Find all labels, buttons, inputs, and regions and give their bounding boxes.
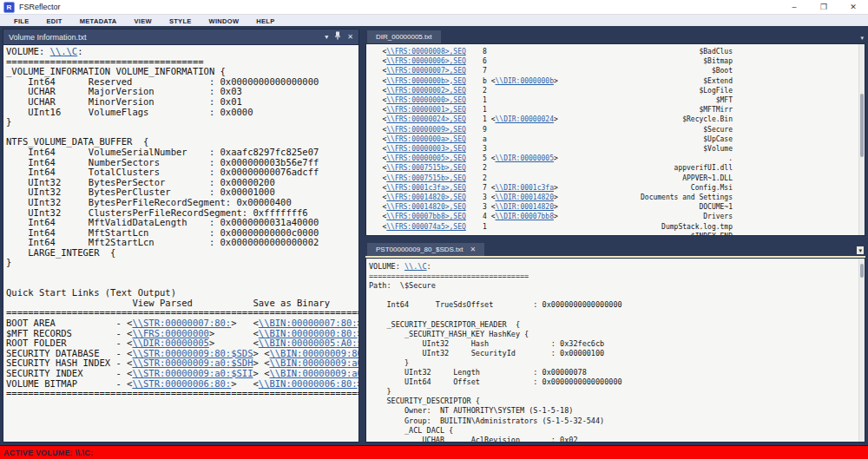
file-link[interactable]: \\FRS:00014820>,SEQ [386,193,466,202]
file-link[interactable]: \\STR:00000009:a0:$SII [132,368,253,378]
file-link[interactable]: \\FRS:0001c3fa>,SEQ [386,183,466,193]
file-link[interactable]: \\FRS:00000006>,SEQ [386,56,466,66]
file-link[interactable]: \\.\C [404,262,427,271]
file-link[interactable]: \\DIR:0000000b [496,76,554,86]
dir-listing: <\\FRS:00000008>,SEQ 8$BadClus <\\FRS:00… [366,44,865,236]
file-link[interactable]: \\FRS:0007515b>,SEQ [386,163,466,173]
file-link[interactable]: \\FRS:00000001>,SEQ [386,105,466,115]
file-link[interactable]: \\STR:00000009:80:$SDS [132,348,253,358]
file-link[interactable]: \\FRS:0007515b>,SEQ [386,174,466,183]
text: Int64 VolumeSerialNumber : 0xaafc8297fc8… [6,147,319,157]
text: > [554,202,558,212]
file-name: $MFTMirr [699,105,733,115]
file-link[interactable]: \\BIN:00000007:80: [259,318,358,328]
scrollbar[interactable] [858,44,865,235]
text: : [427,262,431,271]
file-link[interactable]: \\BIN:00000009:a0:$SII [269,368,359,378]
text-line: _ACL DACL { [369,426,865,436]
file-link[interactable]: \\FRS:00000024>,SEQ [386,115,466,124]
sds-text: VOLUME: \\.\C:==========================… [366,259,865,443]
text: > < [231,378,259,389]
chevron-down-icon[interactable]: ▾ [860,35,864,42]
text-line: UInt32 SecurityId : 0x00000100 [369,349,865,358]
menu-item-style[interactable]: STYLE [161,17,201,25]
text: Int64 MftValidDataLength : 0x0000000031a… [6,217,319,227]
file-name: Config.Msi [691,183,733,193]
scrollbar[interactable] [858,259,865,442]
menu-item-edit[interactable]: EDIT [37,17,70,25]
menu-item-view[interactable]: VIEW [126,17,161,25]
file-link[interactable]: \\FRS:00000005>,SEQ [386,154,466,163]
file-link[interactable]: \\STR:00000007:80: [132,318,231,328]
tab-pst00000009-80-sds[interactable]: PST00000009_80_$SDS.txt ✕ [367,243,484,256]
pin-icon[interactable] [334,31,341,43]
minimize-icon[interactable]: – [779,3,809,11]
file-link[interactable]: \\DIR:00000005 [496,154,554,163]
file-link[interactable]: \\DIR:0001c3fa [496,183,554,193]
text: 1 [466,115,487,124]
chevron-down-icon[interactable]: ▾ [857,246,864,254]
text: Path: \$Secure [369,281,436,290]
tab-dir-00000005[interactable]: DIR_00000005.txt [367,30,441,43]
close-icon[interactable]: ✕ [838,3,868,11]
file-link[interactable]: \\BIN:00000009:80:$SDS [269,348,359,358]
text: < [487,193,496,202]
file-link[interactable]: \\FRS:00000009>,SEQ [386,125,466,134]
menu-item-help[interactable]: HELP [247,17,283,25]
text: _ACL DACL { [369,426,453,435]
volume-info-pane-header[interactable]: Volume Information.txt ▾ ✕ [3,29,359,44]
text: > < [231,318,259,328]
file-link[interactable]: \\FRS:0000000a>,SEQ [386,134,466,144]
restore-icon[interactable]: ❐ [809,3,838,11]
file-link[interactable]: \\FRS:00000002>,SEQ [386,86,466,95]
file-name: DumpStack.log.tmp [661,222,733,232]
file-link[interactable]: \\FRS:0000000b>,SEQ [386,76,466,86]
file-link[interactable]: \\BIN:00000006:80: [259,378,358,389]
close-icon[interactable]: ✕ [347,33,353,42]
file-link[interactable]: \\FRS:00000000 [132,328,209,338]
text: > [358,318,359,328]
text: 1 [466,222,487,232]
file-link[interactable]: \\FRS:00000003>,SEQ [386,144,466,154]
text: 9 [466,125,487,134]
file-link[interactable]: \\FRS:00000007>,SEQ [386,66,466,75]
text: < [370,134,386,144]
chevron-down-icon[interactable]: ▾ [325,33,328,42]
scrollbar-thumb[interactable] [860,94,864,157]
dock-area: Volume Information.txt ▾ ✕ VOLUME: \\.\C… [0,26,868,446]
file-link[interactable]: \\FRS:000074a5>,SEQ [386,222,466,232]
text: 6 [466,56,487,66]
file-link[interactable]: \\FRS:00000000>,SEQ [386,95,466,105]
title-bar: R FSReflector – ❐ ✕ [0,0,868,15]
text: < [370,95,386,105]
file-name: $INDEX_END [691,232,733,236]
text: SECURITY INDEX - < [6,368,132,378]
file-link[interactable]: \\DIR:00007bb8 [496,212,554,221]
tab-close-icon[interactable]: ✕ [470,246,477,253]
text-line: UInt16 VolumeFlags : 0x0000 [6,108,358,118]
file-link[interactable]: \\BIN:00000009:a0:$SDH [269,357,359,368]
file-link[interactable]: \\DIR:00000024 [496,115,554,124]
file-link[interactable]: \\FRS:00000008>,SEQ [386,47,466,56]
dir-row: <\\FRS:00014820>,SEQ 3 <\\DIR:00014820>D… [370,202,733,212]
file-link[interactable]: \\FRS:00007bb8>,SEQ [386,212,466,221]
file-link[interactable]: \\STR:00000009:a0:$SDH [132,357,253,368]
app-window: R FSReflector – ❐ ✕ FILE EDIT METADATA V… [0,0,868,459]
file-link[interactable]: \\STR:00000006:80: [132,378,231,389]
menu-item-window[interactable]: WINDOW [201,17,248,25]
menu-item-metadata[interactable]: METADATA [71,17,126,25]
text: Int64 Mft2StartLcn : 0x0000000000000002 [6,237,319,247]
file-link[interactable]: \\BIN:00000005:A0:$I30 [259,338,359,348]
text: ========================================… [6,388,359,398]
file-link[interactable]: \\DIR:00000005 [132,338,209,348]
text: 3 [466,193,487,202]
menu-item-file[interactable]: FILE [5,17,37,25]
text: > [358,378,359,389]
file-link[interactable]: \\.\C [50,46,78,56]
tab-label: DIR_00000005.txt [376,33,432,41]
file-link[interactable]: \\DIR:00014820 [496,202,554,212]
file-link[interactable]: \\BIN:00000000:80: [259,328,358,338]
file-link[interactable]: \\DIR:00014820 [496,193,554,202]
file-link[interactable]: \\FRS:00014820>,SEQ [386,202,466,212]
scrollbar-thumb[interactable] [860,264,864,278]
